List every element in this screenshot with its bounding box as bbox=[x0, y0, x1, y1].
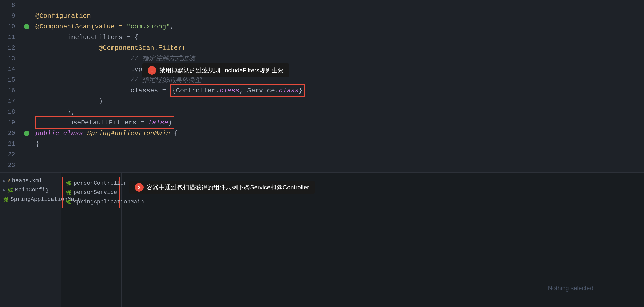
icon-mainconfig: 🌿 bbox=[8, 187, 13, 193]
spring-gutter-icon-10 bbox=[24, 24, 29, 29]
line-number-22: 22 bbox=[0, 149, 20, 160]
line-number-16: 16 bbox=[0, 85, 20, 96]
tooltip-2: 2 容器中通过包扫描获得的组件只剩下@Service和@Controller bbox=[129, 181, 315, 194]
line-gutter-16 bbox=[20, 85, 33, 96]
code-line-9: 9 @Configuration bbox=[0, 11, 644, 21]
bottom-middle-beans: 🌿 personController 🌿 personService 🌿 spr… bbox=[61, 173, 122, 307]
line-content-19: useDefaultFilters = false) bbox=[33, 117, 644, 128]
line-gutter-18 bbox=[20, 107, 33, 117]
code-line-23: 23 bbox=[0, 160, 644, 171]
annotation-filter: @ComponentScan.Filter( bbox=[35, 43, 186, 53]
line-number-11: 11 bbox=[0, 32, 20, 43]
tooltip-1: 1 禁用掉默认的过滤规则, includeFilters规则生效 bbox=[142, 63, 289, 77]
tree-item-mainconfig[interactable]: ▶ 🌿 MainConfig bbox=[0, 185, 61, 195]
code-line-14: 14 type = FilterType.ANNOTATION, bbox=[0, 64, 644, 75]
editor-area: 8 9 @Configuration 10 @ComponentScan(val… bbox=[0, 0, 644, 172]
line-number-8: 8 bbox=[0, 0, 20, 11]
code-line-18: 18 }, bbox=[0, 107, 644, 117]
comment-annotation-filter: // 指定注解方式过滤 bbox=[35, 53, 195, 64]
classes-value-box: {Controller.class, Service.class} bbox=[170, 84, 305, 97]
line-gutter-11 bbox=[20, 32, 33, 43]
kw-public: public bbox=[35, 128, 63, 139]
tooltip-1-text: 禁用掉默认的过滤规则, includeFilters规则生效 bbox=[159, 66, 284, 74]
line-content-9: @Configuration bbox=[33, 11, 644, 21]
line-number-15: 15 bbox=[0, 75, 20, 85]
arrow-beans-xml: ▶ bbox=[3, 178, 6, 183]
tree-item-springappmain[interactable]: 🌿 SpringApplicationMain bbox=[0, 195, 61, 204]
tree-item-beans-xml[interactable]: ▶ ☍ beans.xml bbox=[0, 176, 61, 185]
close-brace-18: }, bbox=[35, 107, 75, 117]
bean-item-personservice[interactable]: 🌿 personService bbox=[63, 188, 119, 197]
line-number-19: 19 bbox=[0, 117, 20, 128]
line-content-10: @ComponentScan(value = "com.xiong", bbox=[33, 21, 644, 32]
bean-item-springappmain-bean[interactable]: 🌿 springApplicationMain bbox=[63, 197, 119, 207]
line-number-21: 21 bbox=[0, 139, 20, 149]
line-number-9: 9 bbox=[0, 11, 20, 21]
punct-comma-10: , bbox=[170, 21, 174, 32]
bottom-left-tree: ▶ ☍ beans.xml ▶ 🌿 MainConfig 🌿 SpringApp… bbox=[0, 173, 61, 307]
line-number-12: 12 bbox=[0, 43, 20, 53]
line-gutter-9 bbox=[20, 11, 33, 21]
line-gutter-8 bbox=[20, 0, 33, 11]
line-number-23: 23 bbox=[0, 160, 20, 171]
bottom-panel: ▶ ☍ beans.xml ▶ 🌿 MainConfig 🌿 SpringApp… bbox=[0, 172, 644, 307]
label-beans-xml: beans.xml bbox=[12, 177, 42, 184]
line-gutter-13 bbox=[20, 53, 33, 64]
line-content-16: classes = {Controller.class, Service.cla… bbox=[33, 85, 644, 96]
bean-item-personcontroller[interactable]: 🌿 personController bbox=[63, 179, 119, 188]
code-line-21: 21 } bbox=[0, 139, 644, 149]
line-content-22 bbox=[33, 149, 644, 160]
bottom-right-area: 2 容器中通过包扫描获得的组件只剩下@Service和@Controller N… bbox=[122, 173, 644, 307]
icon-personcontroller: 🌿 bbox=[66, 181, 71, 186]
code-line-13: 13 // 指定注解方式过滤 bbox=[0, 53, 644, 64]
close-brace-21: } bbox=[35, 139, 40, 149]
beans-red-box: 🌿 personController 🌿 personService 🌿 spr… bbox=[62, 177, 120, 208]
line-content-14: type = FilterType.ANNOTATION, bbox=[33, 64, 644, 75]
nothing-selected-label: Nothing selected bbox=[548, 285, 593, 292]
line-content-12: @ComponentScan.Filter( bbox=[33, 43, 644, 53]
line-content-13: // 指定注解方式过滤 bbox=[33, 53, 644, 64]
line-content-18: }, bbox=[33, 107, 644, 117]
spring-gutter-icon-20 bbox=[24, 131, 29, 136]
tooltip-1-badge: 1 bbox=[148, 66, 156, 75]
arrow-mainconfig: ▶ bbox=[3, 188, 6, 193]
line-gutter-10 bbox=[20, 21, 33, 32]
classes-equals: classes = bbox=[35, 85, 170, 96]
line-gutter-15 bbox=[20, 75, 33, 85]
line-gutter-20 bbox=[20, 128, 33, 139]
code-line-16: 16 classes = {Controller.class, Service.… bbox=[0, 85, 644, 96]
line-gutter-12 bbox=[20, 43, 33, 53]
line-content-21: } bbox=[33, 139, 644, 149]
code-line-24: 24 bbox=[0, 171, 644, 172]
line-number-20: 20 bbox=[0, 128, 20, 139]
line-content-20: public class SpringApplicationMain { bbox=[33, 128, 644, 139]
line-number-18: 18 bbox=[0, 107, 20, 117]
open-brace-20: { bbox=[170, 128, 178, 139]
line-number-17: 17 bbox=[0, 96, 20, 107]
label-personservice: personService bbox=[74, 189, 117, 196]
code-line-22: 22 bbox=[0, 149, 644, 160]
line-number-24: 24 bbox=[0, 171, 20, 172]
class-springappmain: SpringApplicationMain bbox=[87, 128, 170, 139]
close-paren-17: ) bbox=[35, 96, 103, 107]
label-personcontroller: personController bbox=[74, 180, 127, 186]
icon-springappmain-bean: 🌿 bbox=[66, 199, 71, 205]
line-number-14: 14 bbox=[0, 64, 20, 75]
usedefaultfilters-box: useDefaultFilters = false) bbox=[35, 116, 174, 129]
line-gutter-24 bbox=[20, 171, 33, 172]
line-gutter-17 bbox=[20, 96, 33, 107]
line-gutter-23 bbox=[20, 160, 33, 171]
icon-beans-xml: ☍ bbox=[8, 178, 10, 183]
line-gutter-22 bbox=[20, 149, 33, 160]
code-line-19: 19 useDefaultFilters = false) bbox=[0, 117, 644, 128]
code-container: 8 9 @Configuration 10 @ComponentScan(val… bbox=[0, 0, 644, 172]
code-line-20: 20 public class SpringApplicationMain { bbox=[0, 128, 644, 139]
line-content-17: ) bbox=[33, 96, 644, 107]
includefilters-text: includeFilters = { bbox=[35, 32, 138, 43]
tooltip-2-text: 容器中通过包扫描获得的组件只剩下@Service和@Controller bbox=[147, 183, 309, 191]
line-content-11: includeFilters = { bbox=[33, 32, 644, 43]
line-gutter-19 bbox=[20, 117, 33, 128]
label-mainconfig: MainConfig bbox=[15, 187, 49, 193]
icon-springappmain: 🌿 bbox=[3, 197, 9, 202]
line-content-23 bbox=[33, 160, 644, 171]
